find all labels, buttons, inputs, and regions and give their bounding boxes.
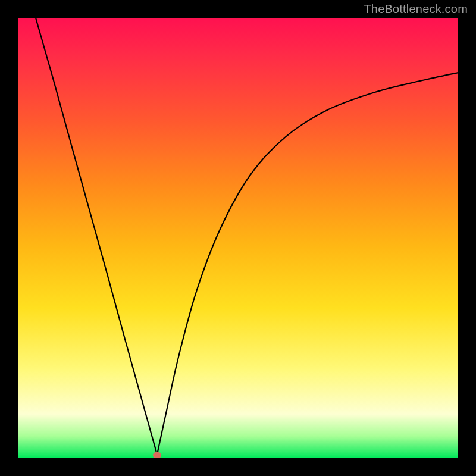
- plot-area: [18, 18, 458, 458]
- chart-container: { "watermark": "TheBottleneck.com", "col…: [0, 0, 476, 476]
- curve-left-branch: [36, 18, 157, 455]
- curve-svg: [18, 18, 458, 458]
- watermark-text: TheBottleneck.com: [364, 2, 468, 16]
- curve-right-branch: [157, 73, 458, 455]
- minimum-marker: [153, 452, 161, 458]
